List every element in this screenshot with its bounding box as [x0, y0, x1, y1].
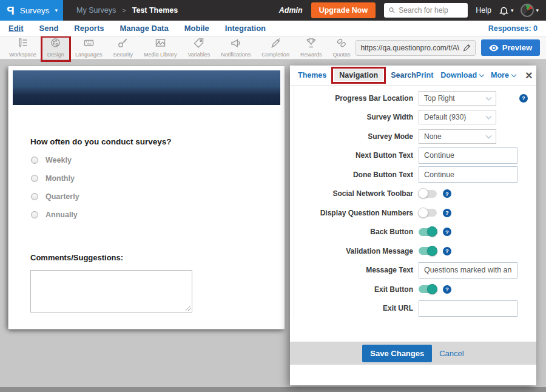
comments-textarea[interactable] — [30, 270, 192, 313]
help-icon[interactable]: ? — [443, 189, 451, 198]
survey-theme-header — [13, 70, 280, 105]
survey-preview-card: How often do you conduct surveys? Weekly… — [8, 66, 285, 329]
toolbar-item-security[interactable]: Security — [107, 36, 138, 59]
option-label: Quarterly — [46, 192, 79, 201]
help-icon[interactable]: ? — [443, 285, 451, 294]
toggle-knob — [427, 246, 437, 256]
account-menu[interactable]: ▾ — [521, 4, 539, 17]
toolbar-item-rewards[interactable]: Rewards — [295, 36, 328, 59]
social-network-toolbar-toggle[interactable] — [419, 190, 437, 198]
survey-url-input[interactable] — [360, 44, 459, 52]
print-link[interactable]: Print — [416, 71, 433, 79]
progress-bar-location-select[interactable]: Top Right — [419, 91, 496, 106]
survey-width-select[interactable]: Default (930) — [419, 110, 496, 124]
edit-pencil-icon[interactable] — [463, 44, 471, 52]
survey-option-weekly[interactable]: Weekly — [31, 151, 79, 169]
top-bar: P Surveys ▾ My Surveys > Test Themes Adm… — [0, 0, 546, 21]
tab-navigation[interactable]: Navigation — [334, 69, 383, 81]
nav-tab-edit[interactable]: Edit — [8, 24, 24, 33]
survey-option-monthly[interactable]: Monthly — [31, 169, 79, 188]
exit-url-input[interactable] — [419, 300, 517, 317]
survey-option-quarterly[interactable]: Quarterly — [31, 188, 79, 206]
radio-button-icon[interactable] — [31, 157, 38, 164]
radio-button-icon[interactable] — [31, 211, 38, 218]
toggle-knob — [418, 188, 428, 198]
help-icon[interactable]: ? — [519, 94, 528, 103]
save-changes-button[interactable]: Save Changes — [362, 345, 432, 362]
next-button-text-input[interactable] — [419, 147, 517, 164]
more-dropdown[interactable]: More — [491, 71, 516, 79]
preview-button[interactable]: Preview — [481, 39, 540, 56]
message-text-input[interactable] — [419, 262, 517, 279]
product-menu[interactable]: P Surveys ▾ — [0, 0, 63, 21]
chevron-down-icon — [486, 94, 492, 100]
toolbar-item-label: Notifications — [221, 52, 251, 58]
radio-button-icon[interactable] — [31, 193, 38, 200]
setting-row-done-button-text: Done Button Text — [294, 165, 536, 184]
nav-tab-mobile[interactable]: Mobile — [184, 24, 209, 33]
upgrade-now-button[interactable]: Upgrade Now — [311, 2, 376, 18]
breadcrumb-my-surveys[interactable]: My Surveys — [76, 6, 116, 15]
help-icon[interactable]: ? — [443, 228, 451, 236]
tab-search[interactable]: Search — [391, 71, 416, 79]
nav-tab-reports[interactable]: Reports — [74, 24, 104, 33]
nav-tab-integration[interactable]: Integration — [225, 24, 266, 33]
survey-options: WeeklyMonthlyQuarterlyAnnually — [31, 151, 79, 224]
quotas-icon — [335, 37, 347, 51]
back-button-toggle[interactable] — [419, 228, 437, 236]
tab-themes[interactable]: Themes — [298, 71, 326, 79]
toolbar-item-languages[interactable]: Languages — [70, 36, 108, 59]
chevron-down-icon — [486, 132, 492, 138]
toolbar-item-label: Variables — [187, 52, 210, 58]
toolbar-item-completion[interactable]: Completion — [256, 36, 295, 59]
toolbar-item-workspace[interactable]: Workspace — [4, 36, 42, 59]
radio-button-icon[interactable] — [31, 175, 38, 182]
select-value: None — [424, 132, 442, 141]
cancel-button[interactable]: Cancel — [439, 349, 463, 358]
option-label: Monthly — [46, 174, 75, 183]
setting-label: Survey Width — [294, 113, 413, 121]
setting-label: Next Button Text — [294, 151, 413, 160]
toolbar-item-variables[interactable]: Variables — [182, 36, 215, 59]
setting-row-validation-message: Validation Message? — [294, 242, 536, 261]
close-icon[interactable]: × — [525, 69, 533, 81]
toolbar-item-design[interactable]: Design — [42, 36, 70, 59]
breadcrumb: My Surveys > Test Themes — [76, 6, 178, 15]
setting-label: Exit URL — [294, 304, 413, 313]
setting-row-exit-url: Exit URL — [294, 299, 536, 319]
toolbar-item-quotas[interactable]: Quotas — [327, 36, 356, 59]
responses-count[interactable]: Responses: 0 — [488, 24, 538, 33]
done-button-text-input[interactable] — [419, 166, 517, 183]
chevron-down-icon: ▾ — [536, 8, 539, 13]
help-link[interactable]: Help — [476, 6, 491, 15]
completion-icon — [270, 37, 281, 51]
toolbar-item-notifications[interactable]: Notifications — [215, 36, 256, 59]
survey-url-box — [356, 40, 475, 56]
setting-row-message-text: Message Text — [294, 261, 536, 280]
survey-option-annually[interactable]: Annually — [31, 206, 79, 224]
setting-row-back-button: Back Button? — [294, 223, 536, 242]
toolbar-item-media-library[interactable]: Media Library — [138, 36, 183, 59]
display-question-numbers-toggle[interactable] — [419, 209, 437, 217]
validation-message-toggle[interactable] — [419, 247, 437, 255]
setting-row-social-network-toolbar: Social Network Toolbar? — [294, 184, 536, 204]
download-dropdown[interactable]: Download — [440, 71, 484, 79]
design-settings-panel: Themes Navigation Search Print Download … — [290, 66, 536, 385]
help-icon[interactable]: ? — [443, 247, 451, 255]
resize-handle[interactable] — [184, 305, 190, 311]
survey-mode-select[interactable]: None — [419, 129, 496, 144]
notifications-menu[interactable]: ▾ — [499, 5, 514, 16]
select-value: Top Right — [424, 94, 455, 103]
product-menu-label: Surveys — [20, 6, 50, 15]
setting-row-exit-button: Exit Button? — [294, 280, 536, 299]
nav-tab-send[interactable]: Send — [39, 24, 59, 33]
nav-tab-manage-data[interactable]: Manage Data — [120, 24, 168, 33]
exit-button-toggle[interactable] — [419, 285, 437, 293]
help-icon[interactable]: ? — [443, 209, 451, 217]
option-label: Weekly — [46, 156, 72, 164]
panel-footer: Save Changes Cancel — [290, 342, 536, 365]
admin-label[interactable]: Admin — [279, 6, 303, 15]
help-search-input[interactable] — [399, 6, 463, 15]
preview-frame-edge — [0, 387, 546, 392]
toolbar-items: WorkspaceDesignLanguagesSecurityMedia Li… — [4, 36, 356, 59]
